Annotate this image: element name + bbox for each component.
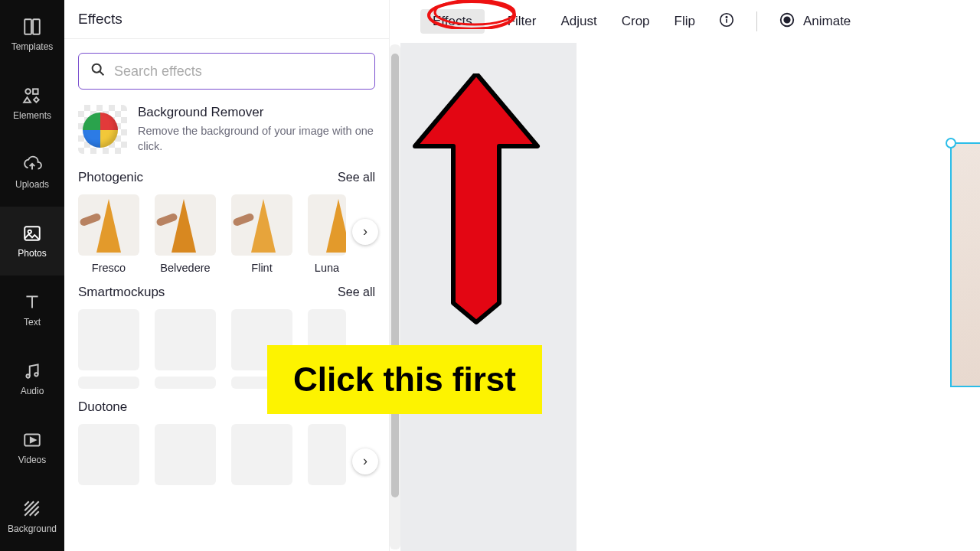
effects-panel: Effects Background Remover Remove the ba… <box>64 0 390 551</box>
toolbar-adjust[interactable]: Adjust <box>559 9 598 34</box>
section-title: Smartmockups <box>78 285 165 300</box>
beach-ball-icon <box>83 112 118 148</box>
selection-handle[interactable] <box>946 138 956 148</box>
effect-fresco[interactable]: Fresco <box>78 194 139 274</box>
effect-label: Fresco <box>92 262 126 274</box>
svg-rect-0 <box>24 19 31 34</box>
background-remover[interactable]: Background Remover Remove the background… <box>64 90 389 162</box>
effect-flint[interactable]: Flint <box>231 194 292 274</box>
selected-image[interactable] <box>950 142 980 387</box>
chevron-right-icon: › <box>363 453 368 469</box>
svg-point-2 <box>25 89 31 94</box>
nav-label: Videos <box>18 455 46 465</box>
nav-videos[interactable]: Videos <box>0 413 64 482</box>
effect-label: Belvedere <box>160 262 210 274</box>
effect-label: Flint <box>251 262 272 274</box>
svg-point-17 <box>784 17 789 22</box>
templates-icon <box>22 17 42 37</box>
placeholder-bar <box>78 377 139 389</box>
placeholder-thumb[interactable] <box>155 424 216 485</box>
bg-remover-desc: Remove the background of your image with… <box>138 123 375 155</box>
svg-rect-3 <box>33 89 38 94</box>
nav-rail: Templates Elements Uploads Photos Text A… <box>0 0 64 551</box>
svg-marker-10 <box>31 438 36 443</box>
elements-icon <box>22 86 42 106</box>
audio-icon <box>22 361 42 381</box>
nav-label: Uploads <box>15 179 49 190</box>
nav-label: Templates <box>11 41 54 52</box>
toolbar-flip[interactable]: Flip <box>673 9 697 34</box>
svg-point-7 <box>26 374 29 377</box>
top-toolbar: Effects Filter Adjust Crop Flip Animate <box>390 0 980 43</box>
nav-label: Background <box>8 523 57 534</box>
nav-audio[interactable]: Audio <box>0 344 64 413</box>
section-title: Duotone <box>78 399 127 415</box>
nav-label: Photos <box>18 248 46 259</box>
svg-point-6 <box>28 230 31 233</box>
uploads-icon <box>22 155 42 174</box>
nav-templates[interactable]: Templates <box>0 0 64 69</box>
placeholder-thumb[interactable] <box>78 309 139 370</box>
annotation-callout: Click this first <box>267 345 542 414</box>
effect-label: Luna <box>315 262 339 274</box>
scroll-next-photogenic[interactable]: › <box>352 219 378 245</box>
placeholder-thumb[interactable] <box>78 424 139 485</box>
canvas-area[interactable]: Click this first <box>390 43 980 551</box>
workspace: Effects Filter Adjust Crop Flip Animate <box>390 0 980 551</box>
toolbar-animate[interactable]: Animate <box>779 11 851 32</box>
background-icon <box>22 499 42 519</box>
scrollbar-thumb[interactable] <box>391 54 399 497</box>
videos-icon <box>22 430 42 450</box>
annotation-arrow <box>411 73 541 326</box>
svg-marker-4 <box>24 97 31 103</box>
section-photogenic: Photogenic See all Fresco Belvedere Flin… <box>64 162 389 277</box>
placeholder-thumb[interactable] <box>155 309 216 370</box>
divider <box>64 38 389 39</box>
effect-luna[interactable]: Luna <box>308 194 346 274</box>
chevron-right-icon: › <box>363 223 368 240</box>
svg-rect-1 <box>33 19 40 34</box>
search-icon <box>90 61 106 81</box>
nav-uploads[interactable]: Uploads <box>0 138 64 207</box>
panel-title: Effects <box>64 0 389 34</box>
placeholder-thumb[interactable] <box>231 424 292 485</box>
nav-text[interactable]: Text <box>0 276 64 344</box>
section-title: Photogenic <box>78 170 143 185</box>
animate-label: Animate <box>803 14 851 29</box>
text-icon <box>22 292 42 312</box>
svg-marker-18 <box>415 73 537 322</box>
see-all-photogenic[interactable]: See all <box>338 171 375 184</box>
nav-elements[interactable]: Elements <box>0 69 64 138</box>
nav-label: Audio <box>21 386 44 396</box>
nav-photos[interactable]: Photos <box>0 207 64 276</box>
photos-icon <box>22 223 42 243</box>
scrollbar[interactable] <box>390 44 400 549</box>
svg-point-8 <box>34 373 38 376</box>
svg-point-15 <box>435 0 514 24</box>
toolbar-crop[interactable]: Crop <box>620 9 652 34</box>
info-icon[interactable] <box>718 11 735 32</box>
search-effects[interactable] <box>78 53 375 90</box>
nav-label: Text <box>24 317 41 328</box>
search-input[interactable] <box>114 64 364 80</box>
bg-remover-title: Background Remover <box>138 105 375 120</box>
annotation-circle <box>424 0 524 29</box>
see-all-smartmockups[interactable]: See all <box>338 285 375 299</box>
scroll-next-duotone[interactable]: › <box>352 448 378 474</box>
placeholder-thumb[interactable] <box>308 424 346 485</box>
nav-label: Elements <box>13 110 51 121</box>
nav-background[interactable]: Background <box>0 482 64 551</box>
animate-icon <box>779 11 795 32</box>
placeholder-bar <box>155 377 216 389</box>
effect-belvedere[interactable]: Belvedere <box>155 194 216 274</box>
svg-point-11 <box>93 64 101 73</box>
bg-remover-thumb <box>78 105 127 154</box>
divider <box>756 11 757 31</box>
svg-point-13 <box>726 16 727 17</box>
